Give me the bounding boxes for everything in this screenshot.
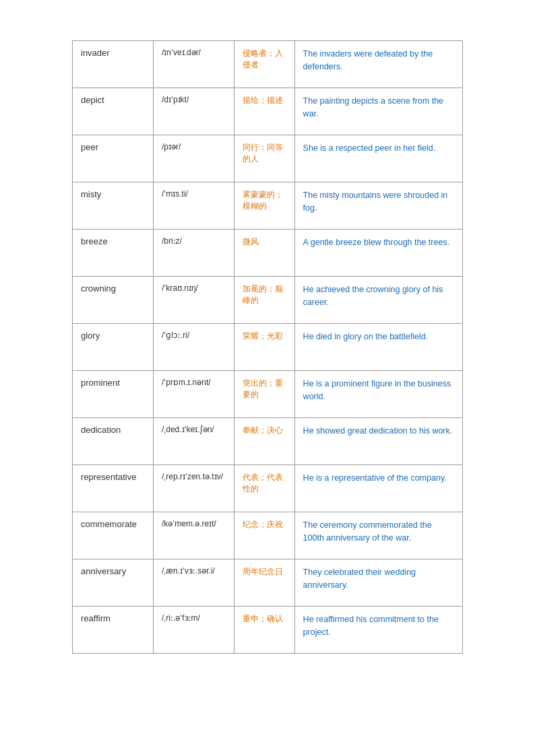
example-cell: The ceremony commemorated the 100th anni…	[294, 512, 462, 559]
word-cell: anniversary	[73, 559, 154, 607]
word-cell: dedication	[73, 418, 154, 465]
chinese-cell: 描绘；描述	[234, 88, 294, 135]
chinese-cell: 荣耀；光彩	[234, 324, 294, 371]
phonetic-cell: /ɪnˈveɪ.dər/	[153, 41, 234, 88]
word-cell: peer	[73, 135, 154, 182]
chinese-cell: 周年纪念日	[234, 559, 294, 607]
example-cell: The misty mountains were shrouded in fog…	[294, 182, 462, 230]
example-cell: He is a prominent figure in the business…	[294, 371, 462, 418]
table-row: glory/ˈɡlɔː.ri/荣耀；光彩He died in glory on …	[73, 324, 463, 371]
table-row: crowning/ˈkraʊ.nɪŋ/加冕的；巅峰的He achieved th…	[73, 277, 463, 324]
example-cell: The painting depicts a scene from the wa…	[294, 88, 462, 135]
chinese-cell: 纪念；庆祝	[234, 512, 294, 559]
table-row: commemorate/kəˈmem.ə.reɪt/纪念；庆祝The cerem…	[73, 512, 463, 559]
example-cell: He achieved the crowning glory of his ca…	[294, 277, 462, 324]
word-cell: depict	[73, 88, 154, 135]
table-row: peer/pɪər/同行；同等的人She is a respected peer…	[73, 135, 463, 182]
phonetic-cell: /kəˈmem.ə.reɪt/	[153, 512, 234, 559]
example-cell: She is a respected peer in her field.	[294, 135, 462, 182]
chinese-cell: 代表；代表性的	[234, 465, 294, 512]
example-cell: He showed great dedication to his work.	[294, 418, 462, 465]
chinese-cell: 侵略者；入侵者	[234, 41, 294, 88]
word-cell: misty	[73, 182, 154, 230]
table-row: reaffirm/ˌriː.əˈfɜːm/重申；确认He reaffirmed …	[73, 607, 463, 654]
phonetic-cell: /ˌded.ɪˈkeɪ.ʃən/	[153, 418, 234, 465]
phonetic-cell: /dɪˈpɪkt/	[153, 88, 234, 135]
table-row: misty/ˈmɪs.ti/雾蒙蒙的；模糊的The misty mountain…	[73, 182, 463, 230]
word-cell: representative	[73, 465, 154, 512]
table-row: depict/dɪˈpɪkt/描绘；描述The painting depicts…	[73, 88, 463, 135]
chinese-cell: 加冕的；巅峰的	[234, 277, 294, 324]
word-cell: breeze	[73, 230, 154, 277]
phonetic-cell: /ˌrep.rɪˈzen.tə.tɪv/	[153, 465, 234, 512]
phonetic-cell: /ˌæn.ɪˈvɜː.sər.i/	[153, 559, 234, 607]
word-cell: prominent	[73, 371, 154, 418]
example-cell: They celebrated their wedding anniversar…	[294, 559, 462, 607]
word-cell: crowning	[73, 277, 154, 324]
chinese-cell: 突出的；重要的	[234, 371, 294, 418]
example-cell: He died in glory on the battlefield.	[294, 324, 462, 371]
example-cell: He reaffirmed his commitment to the proj…	[294, 607, 462, 654]
chinese-cell: 奉献；决心	[234, 418, 294, 465]
word-cell: glory	[73, 324, 154, 371]
table-row: prominent/ˈprɒm.ɪ.nənt/突出的；重要的He is a pr…	[73, 371, 463, 418]
chinese-cell: 雾蒙蒙的；模糊的	[234, 182, 294, 230]
chinese-cell: 同行；同等的人	[234, 135, 294, 182]
example-cell: A gentle breeze blew through the trees.	[294, 230, 462, 277]
vocabulary-table: invader/ɪnˈveɪ.dər/侵略者；入侵者The invaders w…	[72, 40, 463, 654]
chinese-cell: 微风	[234, 230, 294, 277]
table-row: anniversary/ˌæn.ɪˈvɜː.sər.i/周年纪念日They ce…	[73, 559, 463, 607]
word-cell: invader	[73, 41, 154, 88]
word-cell: commemorate	[73, 512, 154, 559]
word-cell: reaffirm	[73, 607, 154, 654]
phonetic-cell: /briːz/	[153, 230, 234, 277]
chinese-cell: 重申；确认	[234, 607, 294, 654]
table-row: invader/ɪnˈveɪ.dər/侵略者；入侵者The invaders w…	[73, 41, 463, 88]
example-cell: He is a representative of the company.	[294, 465, 462, 512]
phonetic-cell: /ˈmɪs.ti/	[153, 182, 234, 230]
phonetic-cell: /ˈɡlɔː.ri/	[153, 324, 234, 371]
phonetic-cell: /ˌriː.əˈfɜːm/	[153, 607, 234, 654]
table-row: representative/ˌrep.rɪˈzen.tə.tɪv/代表；代表性…	[73, 465, 463, 512]
table-row: dedication/ˌded.ɪˈkeɪ.ʃən/奉献；决心He showed…	[73, 418, 463, 465]
phonetic-cell: /ˈkraʊ.nɪŋ/	[153, 277, 234, 324]
phonetic-cell: /ˈprɒm.ɪ.nənt/	[153, 371, 234, 418]
example-cell: The invaders were defeated by the defend…	[294, 41, 462, 88]
phonetic-cell: /pɪər/	[153, 135, 234, 182]
table-row: breeze/briːz/微风A gentle breeze blew thro…	[73, 230, 463, 277]
